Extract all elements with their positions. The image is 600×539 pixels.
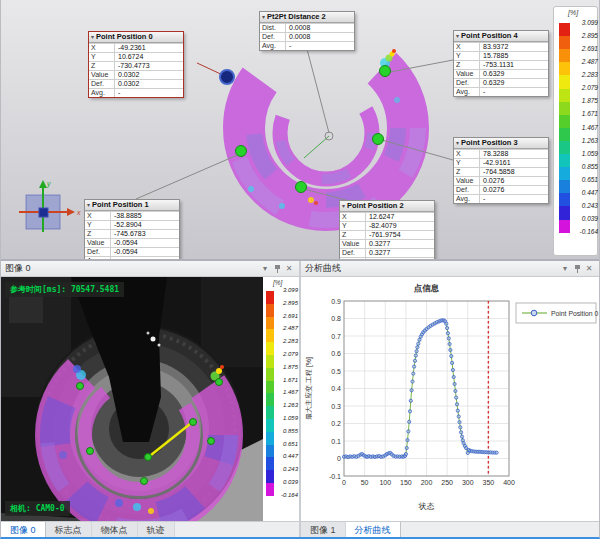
close-icon[interactable]: ✕ <box>583 263 595 275</box>
annotation-row: X83.9372 <box>454 42 548 51</box>
annotation-point-position-1[interactable]: ▾Point Position 1X-38.8885Y-52.8904Z-745… <box>84 199 180 259</box>
image-color-scale: [%]3.0992.8952.6912.4872.2832.0791.8751.… <box>263 277 299 521</box>
color-scale-legend: [%]3.0992.8952.6912.4872.2832.0791.8751.… <box>553 6 598 256</box>
annotation-row: Avg.- <box>454 194 548 203</box>
y-tick-label: 0.7 <box>331 333 341 340</box>
tab-1[interactable]: 图像 0 <box>1 522 46 537</box>
application-window: x y ▾Point Position 0X-49.2361Y10.6724Z-… <box>0 0 600 539</box>
annotation-header[interactable]: ▾Point Position 4 <box>454 31 548 42</box>
pin-icon[interactable] <box>571 263 583 275</box>
analysis-panel-tabs: 图像 1分析曲线 <box>301 521 599 537</box>
scale-tick-label: 1.467 <box>283 389 298 395</box>
point-position-4-marker <box>380 66 391 77</box>
scale-tick-label: 1.467 <box>582 124 598 131</box>
scale-tick-label: 2.895 <box>283 300 298 306</box>
annotation-row-value: -764.5858 <box>480 168 548 176</box>
tab-2[interactable]: 标志点 <box>46 522 92 537</box>
annotation-row-label: Value <box>454 70 480 78</box>
analysis-panel-header: 分析曲线 ▾ ✕ <box>301 261 599 277</box>
scale-tick-label: 0.039 <box>582 215 598 222</box>
scale-tick-label: 0.039 <box>283 479 298 485</box>
chart-title: 点信息 <box>414 283 440 293</box>
analysis-panel: 分析曲线 ▾ ✕ 0501001502002503003504000.90.80… <box>301 261 599 537</box>
annotation-row-label: X <box>340 213 366 221</box>
scale-tick-label: 0.447 <box>283 453 298 459</box>
annotation-row-label: Z <box>89 62 115 70</box>
analysis-chart-area[interactable]: 0501001502002503003504000.90.80.70.60.50… <box>301 277 599 521</box>
annotation-row-label: Avg. <box>89 89 115 97</box>
annotation-row: X78.3288 <box>454 149 548 158</box>
annotation-row: Z-761.9754 <box>340 230 434 239</box>
collapse-triangle-icon[interactable]: ▾ <box>456 139 459 147</box>
annotation-row-label: Z <box>454 168 480 176</box>
annotation-row-value: 0.0302 <box>115 71 183 79</box>
collapse-triangle-icon[interactable]: ▾ <box>262 13 265 21</box>
3d-viewport[interactable]: x y ▾Point Position 0X-49.2361Y10.6724Z-… <box>1 0 599 259</box>
annotation-title: Point Position 3 <box>461 139 518 147</box>
annotation-row: Value0.6329 <box>454 69 548 78</box>
annotation-row-label: Avg. <box>260 42 286 50</box>
annotation-row-value: 0.0276 <box>480 186 548 194</box>
chevron-down-icon[interactable]: ▾ <box>559 263 571 275</box>
annotation-row: Z-745.6783 <box>85 229 179 238</box>
annotation-header[interactable]: ▾Point Position 3 <box>454 138 548 149</box>
annotation-point-position-2[interactable]: ▾Point Position 2X12.6247Y-82.4079Z-761.… <box>339 200 435 259</box>
collapse-triangle-icon[interactable]: ▾ <box>91 33 94 41</box>
scale-color-segment <box>559 141 570 155</box>
annotation-point-position-4[interactable]: ▾Point Position 4X83.9372Y15.7885Z-753.1… <box>453 30 549 97</box>
tab-4[interactable]: 轨迹 <box>138 522 175 537</box>
y-tick-label: 0 <box>337 455 341 462</box>
triad-y-label: y <box>46 180 51 188</box>
annotation-title: Point Position 4 <box>461 32 518 40</box>
annotation-row: Def.0.0008 <box>260 32 354 41</box>
annotation-header[interactable]: ▾Pt2Pt Distance 2 <box>260 12 354 23</box>
annotation-row: Value-0.0594 <box>85 238 179 247</box>
tab-2[interactable]: 分析曲线 <box>346 522 401 537</box>
scale-color-segment <box>559 115 570 129</box>
annotation-header[interactable]: ▾Point Position 2 <box>340 201 434 212</box>
annotation-title: Point Position 1 <box>92 201 149 209</box>
annotation-row-label: Avg. <box>454 195 480 203</box>
scale-tick-label: 1.671 <box>582 110 598 117</box>
annotation-row-label: Y <box>340 222 366 230</box>
collapse-triangle-icon[interactable]: ▾ <box>342 202 345 210</box>
tab-1[interactable]: 图像 1 <box>301 522 346 537</box>
annotation-row-value: - <box>115 89 183 97</box>
scale-color-segment <box>266 432 274 445</box>
tab-3[interactable]: 物体点 <box>92 522 138 537</box>
y-tick-label: 0.9 <box>331 298 341 305</box>
collapse-triangle-icon[interactable]: ▾ <box>456 32 459 40</box>
scale-tick-label: 1.875 <box>283 364 298 370</box>
point-position-1-marker <box>236 146 247 157</box>
pin-icon[interactable] <box>271 263 283 275</box>
collapse-triangle-icon[interactable]: ▾ <box>87 201 90 209</box>
scale-color-segment <box>266 393 274 406</box>
annotation-row-label: Value <box>85 239 111 247</box>
annotation-header[interactable]: ▾Point Position 1 <box>85 200 179 211</box>
scale-tick-label: 1.059 <box>582 150 598 157</box>
scale-tick-label: 0.855 <box>283 428 298 434</box>
scale-color-segment <box>559 75 570 89</box>
strain-field-mesh <box>234 36 418 220</box>
scale-tick-label: 1.671 <box>283 377 298 383</box>
scale-color-segment <box>266 445 274 458</box>
point-info-chart[interactable]: 0501001502002503003504000.90.80.70.60.50… <box>301 277 599 521</box>
annotation-row-label: X <box>89 44 115 52</box>
annotation-header[interactable]: ▾Point Position 0 <box>89 32 183 43</box>
scale-tick-label: 0.651 <box>283 441 298 447</box>
scale-tick-label: 0.243 <box>582 202 598 209</box>
annotation-pt2pt-distance-2[interactable]: ▾Pt2Pt Distance 2Dist.0.0008Def.0.0008Av… <box>259 11 355 51</box>
scale-color-segment <box>559 220 570 234</box>
chart-legend[interactable]: Point Position 0 <box>516 303 598 323</box>
annotation-row-label: Y <box>85 221 111 229</box>
annotation-point-position-0[interactable]: ▾Point Position 0X-49.2361Y10.6724Z-730.… <box>88 31 184 98</box>
chevron-down-icon[interactable]: ▾ <box>259 263 271 275</box>
annotation-row: Def.0.0276 <box>454 185 548 194</box>
scale-tick-label: -0.164 <box>281 492 298 498</box>
scale-tick-label: 2.487 <box>283 325 298 331</box>
camera-image-view[interactable]: 参考时间[ms]: 70547.5481 相机: CAM0-0 [%]3.099… <box>1 277 299 521</box>
scale-tick-label: 1.059 <box>283 415 298 421</box>
close-icon[interactable]: ✕ <box>283 263 295 275</box>
annotation-point-position-3[interactable]: ▾Point Position 3X78.3288Y-42.9161Z-764.… <box>453 137 549 204</box>
scale-tick-label: 1.263 <box>283 402 298 408</box>
